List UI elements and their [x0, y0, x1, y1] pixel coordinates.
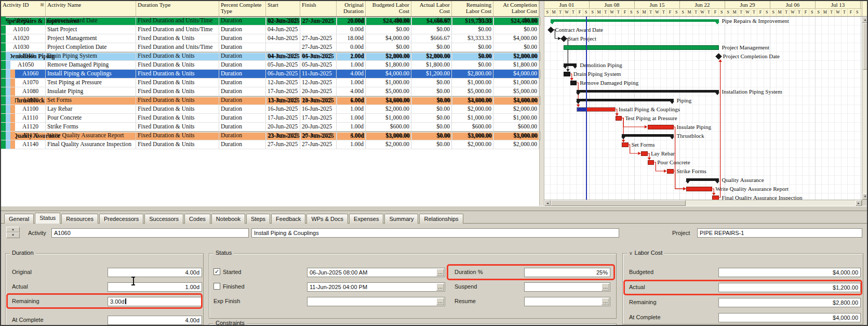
milestone-project-completion-date[interactable] — [715, 53, 722, 60]
activity-row-a1120[interactable]: A1120Strike FormsFixed Duration & UnitsD… — [1, 123, 539, 132]
column-header-activity-name[interactable]: Activity Name — [46, 1, 136, 16]
browse-button[interactable]: … — [602, 298, 609, 305]
tab-notebook[interactable]: Notebook — [211, 214, 245, 224]
field-actual-labor[interactable]: $1,200.00 — [718, 283, 861, 292]
activity-row-a1090[interactable]: A1090Set FormsFixed Duration & UnitsDura… — [1, 96, 539, 105]
field-remaining-duration[interactable]: 3.00d — [108, 297, 202, 306]
activity-row-a1030[interactable]: A1030Project Completion DateFixed Durati… — [1, 43, 539, 52]
tab-successors[interactable]: Successors — [144, 214, 183, 224]
activity-row-a1070[interactable]: A1070Test Piping at PressureFixed Durati… — [1, 79, 539, 87]
column-header-activity-id[interactable]: Activity ID▦ — [1, 1, 46, 16]
task-bar-final-quality-assurance-inspection[interactable] — [712, 195, 718, 200]
field-remaining-labor[interactable]: $2,800.00 — [718, 298, 861, 307]
field-finished[interactable]: 11-Jun-2025 04:00 PM… — [307, 282, 445, 292]
summary-bar-quality-assurance[interactable] — [686, 178, 718, 181]
field-exp-finish[interactable]: … — [307, 297, 445, 306]
task-bar-project-management[interactable] — [564, 45, 718, 50]
task-bar-install-piping-couplings[interactable] — [577, 107, 616, 112]
tab-codes[interactable]: Codes — [184, 214, 210, 224]
summary-bar-demolition-piping[interactable] — [564, 63, 577, 66]
activity-id-field[interactable]: A1060 — [51, 228, 249, 238]
summary-bar-thrustblock[interactable] — [622, 134, 673, 137]
scroll-right-button[interactable]: ► — [856, 200, 862, 206]
activity-row-a1060[interactable]: A1060Install Piping & CouplingsFixed Dur… — [1, 70, 539, 79]
tab-resources[interactable]: Resources — [61, 214, 98, 224]
tab-steps[interactable]: Steps — [246, 214, 270, 224]
tab-summary[interactable]: Summary — [384, 214, 418, 224]
tab-expenses[interactable]: Expenses — [349, 214, 383, 224]
chevron-down-icon[interactable]: ∨ — [629, 251, 633, 256]
column-header-start[interactable]: Start — [266, 1, 300, 16]
field-resume[interactable]: … — [524, 297, 610, 306]
column-header-actual-labor-cost[interactable]: Actual Labor Cost — [411, 1, 452, 16]
milestone-start-project[interactable] — [560, 35, 567, 42]
hscroll-thumb[interactable] — [551, 200, 686, 206]
field-duration[interactable]: 25% — [524, 268, 610, 277]
field-started[interactable]: 06-Jun-2025 08:00 AM… — [307, 268, 445, 277]
column-header-budgeted-labor-cost[interactable]: Budgeted Labor Cost — [366, 1, 411, 16]
horizontal-splitter[interactable] — [1, 206, 867, 211]
next-activity-button[interactable]: ▼ — [6, 232, 20, 238]
task-bar-write-quality-assurance-report[interactable] — [686, 187, 712, 191]
column-header-percent-complete-type[interactable]: Percent Complete Type — [219, 1, 266, 16]
summary-bar-piping[interactable] — [577, 99, 673, 101]
tab-predecessors[interactable]: Predecessors — [99, 214, 143, 224]
activity-row-a1080[interactable]: A1080Insulate PipingFixed Duration & Uni… — [1, 87, 539, 96]
activity-row-a1040[interactable]: A1040Drain Piping SystemFixed Duration &… — [1, 52, 539, 61]
field-at-complete-duration[interactable]: 4.00d — [108, 316, 202, 325]
gantt-week-row[interactable]: Jun 01Jun 08Jun 15Jun 22Jun 29Jul 06Jul … — [544, 1, 862, 9]
task-bar-test-piping-at-pressure[interactable] — [616, 116, 622, 121]
previous-activity-button[interactable]: ▲ — [6, 227, 20, 232]
column-header-at-completion-labor-cost[interactable]: At Completion Labor Cost — [493, 1, 539, 16]
field-at-complete-labor[interactable]: $4,000.00 — [718, 313, 861, 322]
checkbox-started[interactable]: ✓ — [213, 268, 220, 275]
gantt-vertical-scrollbar[interactable]: ▲ ▼ — [862, 1, 867, 206]
task-bar-remove-damaged-piping[interactable] — [570, 81, 577, 85]
vscroll-thumb[interactable] — [863, 23, 867, 70]
scroll-left-button[interactable]: ◄ — [544, 200, 551, 206]
tab-feedback[interactable]: Feedback — [271, 214, 305, 224]
task-bar-strike-forms[interactable] — [667, 169, 673, 174]
activity-row-a1130[interactable]: A1130Write Quality Assurance ReportFixed… — [1, 132, 539, 140]
activity-name-field[interactable]: Install Piping & Couplings — [251, 228, 619, 238]
activity-row-a1110[interactable]: A1110Pour ConcreteFixed Duration & Units… — [1, 114, 539, 123]
milestone-contract-award-date[interactable] — [547, 27, 554, 33]
activity-row-a1050[interactable]: A1050Remove Damaged PipingFixed Duration… — [1, 61, 539, 70]
column-header-remaining-labor-cost[interactable]: Remaining Labor Cost — [452, 1, 493, 16]
checkbox-finished[interactable] — [213, 283, 220, 290]
tab-relationships[interactable]: Relationships — [419, 214, 463, 224]
activity-row-a1100[interactable]: A1100Lay RebarFixed Duration & UnitsDura… — [1, 105, 539, 114]
task-bar-set-forms[interactable] — [622, 142, 628, 147]
gantt-day-row[interactable]: SMTWTFSSMTWTFSSMTWTFSSMTWTFSSMTWTFSSMTWT… — [544, 9, 862, 17]
tab-general[interactable]: General — [4, 214, 34, 224]
activity-row-a1140[interactable]: A1140Final Quality Assurance InspectionF… — [1, 140, 539, 149]
task-bar-lay-rebar[interactable] — [641, 151, 647, 156]
vscroll-track[interactable] — [862, 23, 867, 193]
browse-button[interactable]: … — [436, 283, 444, 291]
task-bar-pour-concrete[interactable] — [648, 160, 654, 165]
hscroll-track[interactable] — [551, 200, 856, 206]
column-header-original-duration[interactable]: Original Duration — [337, 1, 366, 16]
field-budgeted-labor[interactable]: $4,000.00 — [718, 268, 861, 277]
browse-button[interactable]: … — [436, 298, 444, 305]
summary-bar-installation-piping-system[interactable] — [577, 90, 718, 93]
task-bar-insulate-piping[interactable] — [648, 125, 674, 129]
project-name-field[interactable]: PIPE REPAIRS-1 — [697, 228, 862, 238]
scroll-up-button[interactable]: ▲ — [862, 17, 867, 23]
activity-row-a1020[interactable]: A1020Project ManagementFixed Duration & … — [1, 34, 539, 43]
column-header-finish[interactable]: Finish — [300, 1, 337, 16]
task-bar-drain-piping-system[interactable] — [564, 72, 570, 76]
field-suspend[interactable]: … — [524, 282, 610, 292]
activity-row-a1000[interactable]: A1000Contract Award DateFixed Duration a… — [1, 17, 539, 25]
layout-icon[interactable]: ▦ — [40, 2, 44, 8]
field-original-duration[interactable]: 4.00d — [108, 268, 202, 277]
tab-wps-docs[interactable]: WPs & Docs — [306, 214, 348, 224]
browse-button[interactable]: … — [436, 269, 444, 276]
summary-bar-pipe-repairs-improvement[interactable] — [551, 19, 718, 22]
scroll-down-button[interactable]: ▼ — [862, 193, 867, 200]
tab-status[interactable]: Status — [35, 213, 60, 224]
column-header-duration-type[interactable]: Duration Type — [136, 1, 219, 16]
activity-row-a1010[interactable]: A1010Start ProjectFixed Duration and Uni… — [1, 25, 539, 34]
gantt-horizontal-scrollbar[interactable]: ◄ ► — [544, 200, 862, 206]
field-actual-duration[interactable]: 1.00d — [108, 282, 202, 292]
